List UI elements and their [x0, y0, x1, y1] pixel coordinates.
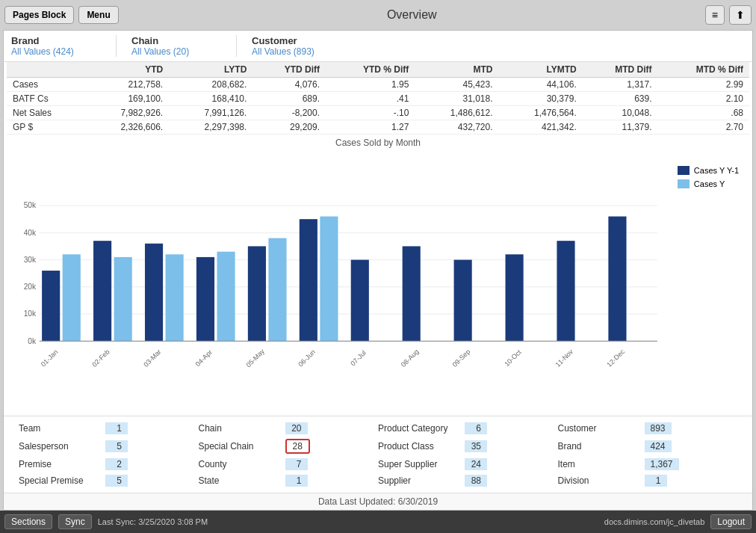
summary-row: Chain20 [199, 421, 379, 436]
svg-text:40k: 40k [24, 229, 37, 237]
filter-divider-2 [236, 35, 237, 57]
hamburger-button[interactable]: ≡ [705, 5, 725, 25]
chain-filter-label: Chain [131, 35, 221, 46]
bar-y1[interactable] [506, 254, 524, 341]
bar-y[interactable] [217, 252, 235, 342]
row-value: .68 [658, 106, 749, 120]
row-value: 2.10 [658, 92, 749, 106]
summary-label: Chain [199, 423, 281, 434]
summary-label: County [199, 459, 281, 469]
summary-label: Division [558, 475, 640, 486]
bar-y1[interactable] [145, 244, 163, 342]
summary-value: 7 [285, 458, 308, 470]
row-label: Cases [7, 78, 85, 92]
summary-label: Item [558, 459, 640, 469]
row-value: -8,200. [252, 106, 326, 120]
page-title: Overview [123, 8, 701, 22]
summary-value[interactable]: 28 [285, 439, 310, 454]
row-value: 44,106. [499, 78, 583, 92]
col-header-lytd: LYTD [169, 62, 252, 78]
svg-text:09-Sep: 09-Sep [451, 348, 472, 369]
row-value: 4,076. [252, 78, 326, 92]
bar-y[interactable] [268, 238, 286, 342]
summary-label: Special Premise [19, 475, 101, 486]
chain-filter[interactable]: Chain All Values (20) [131, 35, 221, 57]
bar-y1[interactable] [93, 241, 111, 341]
bar-y[interactable] [63, 254, 81, 341]
sections-button[interactable]: Sections [4, 514, 52, 529]
summary-row: Supplier88 [378, 473, 558, 488]
summary-row: Team1 [19, 421, 199, 436]
summary-label: Super Supplier [378, 459, 460, 469]
summary-value: 6 [465, 422, 487, 434]
summary-row: Item1,367 [558, 457, 738, 472]
summary-label: Premise [19, 459, 101, 469]
bar-y1[interactable] [42, 271, 60, 341]
svg-text:03-Mar: 03-Mar [142, 348, 162, 368]
row-value: 639. [583, 92, 658, 106]
customer-filter-value[interactable]: All Values (893) [252, 46, 341, 57]
row-value: 31,018. [415, 92, 498, 106]
svg-text:30k: 30k [24, 256, 37, 264]
brand-filter-value[interactable]: All Values (424) [11, 46, 101, 57]
summary-value: 2 [105, 458, 128, 470]
row-value: 212,758. [85, 78, 169, 92]
row-value: 29,209. [252, 120, 326, 135]
logout-button[interactable]: Logout [710, 514, 752, 529]
legend-label: Cases Y [694, 179, 725, 188]
chart-container: 50k40k30k20k10k0k01-Jan02-Feb03-Mar04-Ap… [10, 151, 670, 413]
summary-value: 424 [645, 440, 672, 452]
legend-color-box [678, 166, 690, 175]
summary-row: Super Supplier24 [378, 457, 558, 472]
bar-y[interactable] [166, 254, 184, 341]
row-value: 7,991,126. [169, 106, 252, 120]
data-table: YTD LYTD YTD Diff YTD % Diff MTD LYMTD M… [7, 62, 749, 135]
legend-item: Cases Y [678, 179, 739, 188]
footer: Sections Sync Last Sync: 3/25/2020 3:08 … [0, 511, 756, 533]
summary-value: 5 [105, 440, 128, 452]
summary-value: 1 [645, 475, 667, 487]
bar-y[interactable] [320, 217, 338, 342]
share-button[interactable]: ⬆ [729, 5, 752, 25]
sync-button[interactable]: Sync [58, 514, 92, 529]
customer-filter[interactable]: Customer All Values (893) [252, 35, 341, 57]
pages-block-button[interactable]: Pages Block [4, 6, 74, 24]
row-value: 432,720. [415, 120, 498, 135]
bar-y[interactable] [114, 257, 132, 341]
legend-color-box [678, 179, 690, 188]
summary-row: State1 [199, 473, 379, 488]
bar-y1[interactable] [454, 260, 472, 342]
svg-text:20k: 20k [24, 283, 37, 291]
summary-label: Salesperson [19, 441, 101, 452]
summary-row: Product Category6 [378, 421, 558, 436]
bar-y1[interactable] [403, 246, 421, 341]
bar-y1[interactable] [196, 257, 214, 341]
summary-label: Product Category [378, 423, 460, 434]
bar-y1[interactable] [608, 217, 626, 342]
svg-text:12-Dec: 12-Dec [605, 348, 626, 369]
row-value: 1.27 [326, 120, 415, 135]
summary-row: Brand424 [558, 437, 738, 455]
summary-label: Supplier [378, 475, 460, 486]
row-value: 169,100. [85, 92, 169, 106]
bar-y1[interactable] [557, 241, 574, 341]
row-value: -.10 [326, 106, 415, 120]
summary-label: Customer [558, 423, 640, 434]
row-value: 7,982,926. [85, 106, 169, 120]
summary-row: Premise2 [19, 457, 199, 472]
bar-y1[interactable] [351, 260, 369, 342]
row-value: 1,486,612. [415, 106, 498, 120]
table-body: Cases212,758.208,682.4,076.1.9545,423.44… [7, 78, 749, 135]
summary-value: 893 [645, 422, 672, 434]
col-header-lymtd: LYMTD [499, 62, 583, 78]
chain-filter-value[interactable]: All Values (20) [131, 46, 221, 57]
row-label: Net Sales [7, 106, 85, 120]
chart-area: 50k40k30k20k10k0k01-Jan02-Feb03-Mar04-Ap… [10, 151, 746, 413]
summary-value: 24 [465, 458, 487, 470]
bar-y1[interactable] [300, 219, 317, 341]
menu-button[interactable]: Menu [78, 6, 118, 24]
summary-label: Product Class [378, 441, 460, 452]
row-value: 45,423. [415, 78, 498, 92]
brand-filter[interactable]: Brand All Values (424) [11, 35, 101, 57]
bar-y1[interactable] [248, 246, 266, 341]
